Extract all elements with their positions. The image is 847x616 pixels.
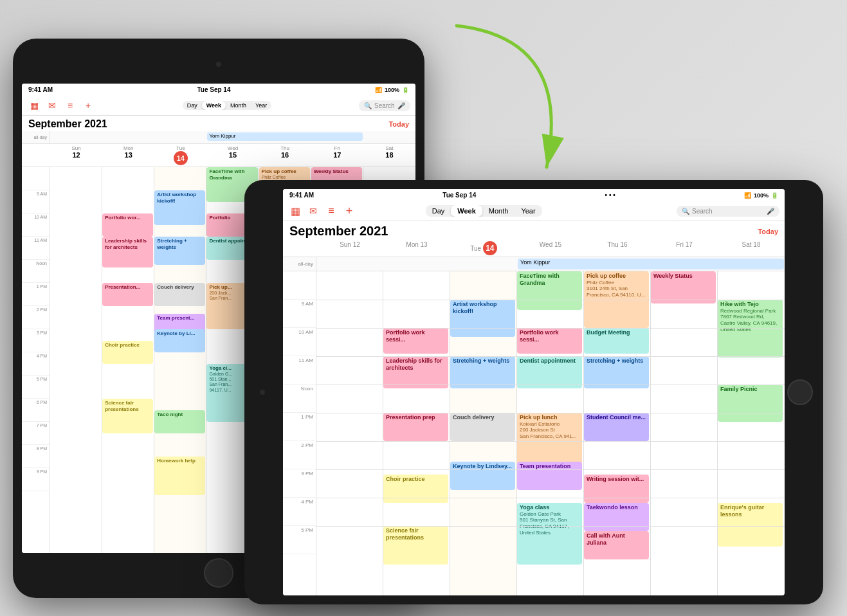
back-science-fair[interactable]: Science fair presentations [102,399,153,433]
front-presentation-prep[interactable]: Presentation prep [383,413,448,441]
arrow-decoration [418,19,611,199]
back-grid-icon[interactable]: ▦ [27,98,41,113]
front-day-headers: Sun 12 Mon 13 Tue 14 Wed 15 Thu 16 Fri 1… [283,240,785,257]
back-status-icons: 📶 100% 🔋 [375,87,409,93]
back-search-icon: 🔍 [364,102,372,109]
front-science-fair[interactable]: Science fair presentations [383,526,448,565]
front-budget[interactable]: Budget Meeting [584,328,649,354]
front-col-fri [651,271,718,595]
front-wifi-icon: 📶 [744,192,751,199]
front-artist-workshop[interactable]: Artist workshop kickoff! [450,300,515,337]
back-month-title: September 2021 [28,118,107,130]
front-student-council[interactable]: Student Council me... [584,413,649,441]
front-list-icon[interactable]: ≡ [324,204,338,218]
front-pickup-lunch[interactable]: Pick up lunch Kokkari Estiatorio200 Jack… [517,413,582,464]
front-tue: Tue 14 [450,240,517,257]
front-search-box[interactable]: 🔍 Search 🎤 [677,206,779,217]
back-time: 9:41 AM [28,86,53,93]
front-yomkippur-event: Yom Kippur [518,258,784,269]
front-time: 9:41 AM [289,192,314,199]
front-add-icon[interactable]: + [342,204,356,218]
front-grid-icon[interactable]: ▦ [288,204,302,218]
back-search-box[interactable]: 🔍 Search 🎤 [359,100,410,111]
back-month-header: September 2021 Today [22,116,415,131]
back-couch[interactable]: Couch delivery [154,283,205,306]
front-fri: Fri 17 [651,240,718,257]
front-search-text: Search [692,208,713,215]
back-today-btn[interactable]: Today [388,120,409,128]
back-allday-row: all-day Yom Kippur [22,131,415,144]
front-family-picnic[interactable]: Family Picnic [718,385,783,422]
front-keynote[interactable]: Keynote by Lindsey... [450,462,515,490]
front-dentist[interactable]: Dentist appointment [517,356,582,388]
back-allday-events: Yom Kippur [50,131,415,143]
wifi-icon: 📶 [375,87,382,93]
ipad-front: 9:41 AM Tue Sep 14 • • • 📶 100% 🔋 ▦ ✉ ≡ … [244,180,823,604]
back-presentation[interactable]: Presentation... [102,283,153,306]
back-choir[interactable]: Choir practice [102,341,153,364]
front-today-btn[interactable]: Today [758,228,778,235]
front-stretching-tue[interactable]: Stretching + weights [450,356,515,388]
back-week-btn[interactable]: Week [202,101,226,110]
front-portfolio-wed[interactable]: Portfolio work sessi... [517,328,582,354]
back-date: Tue Sep 14 [197,86,230,93]
back-keynote[interactable]: Keynote by Li... [154,329,205,352]
front-pickup-coffee[interactable]: Pick up coffee Philz Coffee3101 24th St,… [584,271,649,328]
back-yomkippur-event: Yom Kippur [207,132,362,141]
front-hike[interactable]: Hike with Tejo Redwood Regional Park7867… [718,300,783,358]
front-couch[interactable]: Couch delivery [450,413,515,441]
back-stretching-mon[interactable]: Stretching + weights [154,237,205,265]
back-artist-workshop[interactable]: Artist workshop kickoff! [154,190,205,225]
front-team-presentation[interactable]: Team presentation [517,462,582,490]
front-battery-icon: 🔋 [771,192,778,199]
front-allday-label: all-day [283,257,316,271]
front-writing[interactable]: Writing session wit... [584,475,649,503]
back-sat: Sat18 [363,144,415,167]
front-time-col: 9 AM 10 AM 11 AM Noon 1 PM 2 PM 3 PM 4 P… [283,271,316,595]
front-day-btn[interactable]: Day [426,205,451,217]
back-day-btn[interactable]: Day [183,101,202,110]
back-today-num: 14 [174,151,188,165]
front-battery-text: 100% [754,192,769,199]
front-week-btn[interactable]: Week [451,205,482,217]
back-portfolio-mon[interactable]: Portfolio wor... [102,213,153,237]
back-view-segment: Day Week Month Year [183,101,272,110]
back-taco[interactable]: Taco night [154,410,205,433]
front-choir[interactable]: Choir practice [383,475,448,503]
front-wed: Wed 15 [517,240,584,257]
back-list-icon[interactable]: ≡ [63,98,77,113]
front-guitar[interactable]: Enrique's guitar lessons [718,503,783,547]
front-taekwondo[interactable]: Taekwondo lesson [584,503,649,531]
front-calendar: 9:41 AM Tue Sep 14 • • • 📶 100% 🔋 ▦ ✉ ≡ … [283,189,785,595]
front-status-icons: 📶 100% 🔋 [744,192,778,199]
back-col-sun [50,167,102,553]
battery-icon: 🔋 [402,87,409,93]
front-stretching-thu[interactable]: Stretching + weights [584,356,649,388]
back-home-button[interactable] [204,558,233,588]
back-year-btn[interactable]: Year [251,101,271,110]
front-weekly-status[interactable]: Weekly Status [651,271,716,303]
back-sun: Sun12 [50,144,102,167]
back-col-tue [154,167,206,553]
front-inbox-icon[interactable]: ✉ [306,204,320,218]
back-leadership[interactable]: Leadership skills for architects [102,237,153,267]
back-wed: Wed15 [206,144,259,167]
back-add-icon[interactable]: + [81,98,95,113]
back-homework[interactable]: Homework help [154,457,205,495]
front-facetime[interactable]: FaceTime with Grandma [517,271,582,310]
front-month-btn[interactable]: Month [482,205,515,217]
back-mon: Mon13 [102,144,154,167]
front-portfolio-mon[interactable]: Portfolio work sessi... [383,328,448,354]
back-month-btn[interactable]: Month [226,101,251,110]
front-home-button[interactable] [787,379,813,405]
back-inbox-icon[interactable]: ✉ [45,98,59,113]
front-leadership[interactable]: Leadership skills for architects [383,356,448,388]
front-days-area: FaceTime with Grandma Pick up coffee Phi… [316,271,785,595]
front-year-btn[interactable]: Year [515,205,542,217]
back-fri: Fri17 [311,144,363,167]
front-search-icon: 🔍 [682,208,689,215]
front-yoga[interactable]: Yoga class Golden Gate Park501 Stanyan S… [517,503,582,565]
front-month-title: September 2021 [289,224,388,239]
front-aunt-juliana[interactable]: Call with Aunt Juliana [584,531,649,559]
back-mic-icon: 🎤 [397,102,405,109]
